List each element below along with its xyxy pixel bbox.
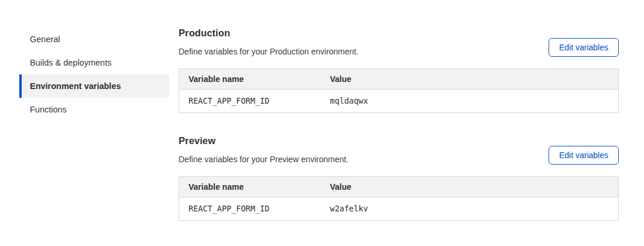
sidebar-item-label: General xyxy=(30,35,60,44)
variable-value-cell: w2afelkv xyxy=(321,197,619,221)
preview-edit-variables-button[interactable]: Edit variables xyxy=(549,146,619,165)
sidebar-item-general[interactable]: General xyxy=(19,28,169,51)
variable-name-cell: REACT_APP_FORM_ID xyxy=(179,90,321,113)
production-section: Production Define variables for your Pro… xyxy=(179,26,619,113)
production-variables-table: Variable name Value REACT_APP_FORM_ID mq… xyxy=(179,69,619,113)
variable-value-cell: mqldaqwx xyxy=(321,90,619,113)
sidebar-item-builds-deployments[interactable]: Builds & deployments xyxy=(19,51,169,74)
settings-page: General Builds & deployments Environment… xyxy=(0,0,644,246)
table-header-row: Variable name Value xyxy=(179,69,619,90)
table-row: REACT_APP_FORM_ID w2afelkv xyxy=(179,197,619,221)
column-header-value: Value xyxy=(321,177,619,197)
environment-variables-content: Production Define variables for your Pro… xyxy=(179,26,619,221)
production-title: Production xyxy=(179,26,619,39)
sidebar-item-functions[interactable]: Functions xyxy=(19,98,169,121)
column-header-variable-name: Variable name xyxy=(179,69,321,90)
sidebar-item-label: Functions xyxy=(30,105,67,114)
settings-sidebar: General Builds & deployments Environment… xyxy=(19,28,169,121)
sidebar-item-label: Builds & deployments xyxy=(30,58,111,67)
column-header-variable-name: Variable name xyxy=(179,177,321,197)
production-section-header: Production Define variables for your Pro… xyxy=(179,26,619,57)
sidebar-item-label: Environment variables xyxy=(30,81,121,91)
preview-variables-table: Variable name Value REACT_APP_FORM_ID w2… xyxy=(179,176,619,221)
preview-title: Preview xyxy=(179,134,619,147)
table-header-row: Variable name Value xyxy=(179,177,619,197)
column-header-value: Value xyxy=(321,69,619,90)
preview-section-header: Preview Define variables for your Previe… xyxy=(179,134,619,165)
variable-name-cell: REACT_APP_FORM_ID xyxy=(179,197,321,221)
sidebar-item-environment-variables[interactable]: Environment variables xyxy=(19,74,169,98)
production-edit-variables-button[interactable]: Edit variables xyxy=(549,38,619,57)
table-row: REACT_APP_FORM_ID mqldaqwx xyxy=(179,90,619,113)
preview-section: Preview Define variables for your Previe… xyxy=(179,134,619,221)
